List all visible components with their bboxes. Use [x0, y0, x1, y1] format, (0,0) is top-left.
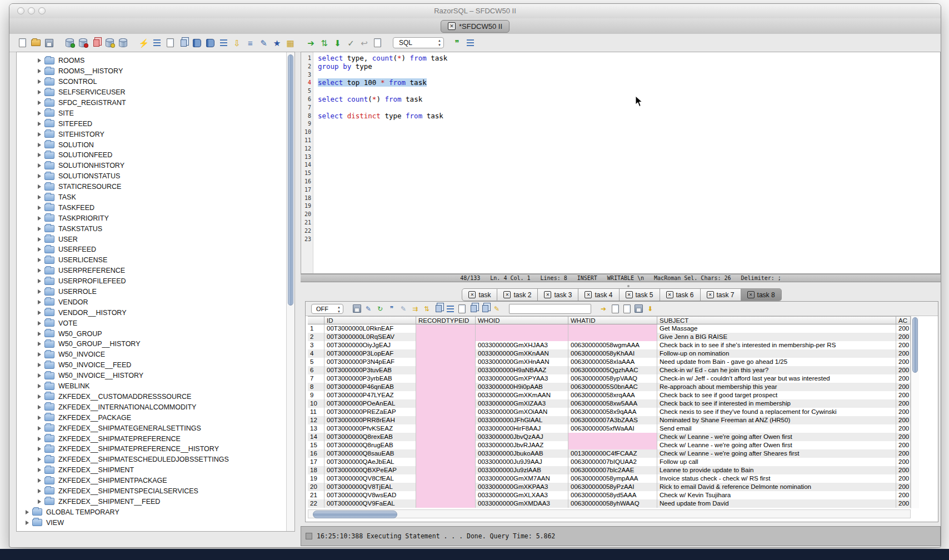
tree-item[interactable]: USERROLE: [17, 287, 286, 297]
disclosure-triangle-icon[interactable]: [38, 405, 41, 409]
cell-num[interactable]: 7: [308, 374, 324, 383]
tree-item[interactable]: W50_INVOICE__HISTORY: [17, 371, 286, 381]
disclosure-triangle-icon[interactable]: [38, 394, 41, 399]
close-tab-icon[interactable]: ✕: [448, 22, 456, 30]
result-tab[interactable]: ✕task 4: [578, 288, 619, 301]
disclosure-triangle-icon[interactable]: [38, 311, 41, 315]
cell-num[interactable]: 17: [308, 458, 324, 466]
cell-id[interactable]: 00T3000000PfvKSEAZ: [324, 424, 416, 433]
table-row[interactable]: 2100T3000000QV8wsEAD0033000000GmXLXAA300…: [308, 491, 911, 499]
tree-item[interactable]: ZKFEDEX__SHIPMENT__FEED: [17, 496, 286, 507]
tree-item[interactable]: ZKFEDEX__SHIPMATEPREFERENCE__HISTORY: [17, 444, 286, 454]
favorites-star-icon[interactable]: ★: [272, 38, 282, 48]
result-tab[interactable]: ✕task 6: [660, 288, 701, 301]
tree-item[interactable]: SITEHISTORY: [17, 129, 286, 139]
notebook-icon[interactable]: [192, 38, 202, 48]
cell-recordtypeid[interactable]: [416, 341, 476, 349]
tree-item[interactable]: ROOMS: [17, 56, 286, 66]
cell-recordtypeid[interactable]: [416, 491, 476, 499]
column-header-id[interactable]: ID: [324, 316, 416, 324]
disclosure-triangle-icon[interactable]: [38, 352, 41, 357]
cell-subject[interactable]: Check nexis to see if they've found a re…: [657, 408, 896, 416]
cell-id[interactable]: 00T3000000QV8TjEAL: [324, 483, 416, 491]
cell-whatid[interactable]: 00630000007bIQUAA2: [568, 458, 657, 466]
cell-id[interactable]: 00T3000000POeAnEAL: [324, 399, 416, 408]
result-tab[interactable]: ✕task 2: [497, 288, 538, 301]
cell-recordtypeid[interactable]: [416, 458, 476, 466]
cell-whoid[interactable]: 0033000000GmXHnAAN: [476, 358, 568, 366]
disclosure-triangle-icon[interactable]: [38, 79, 41, 84]
cell-subject[interactable]: Check-in w/ Jeff - couldn't afford last …: [657, 374, 896, 383]
cell-whoid[interactable]: [476, 324, 568, 333]
splitter-grip-icon[interactable]: [627, 285, 630, 287]
code-line[interactable]: [318, 178, 932, 186]
cell-whatid[interactable]: 00630000007A3bZAAS: [568, 416, 657, 424]
disclosure-triangle-icon[interactable]: [38, 174, 41, 178]
cell-ac[interactable]: 200: [896, 383, 911, 391]
cell-recordtypeid[interactable]: [416, 466, 476, 474]
cell-whoid[interactable]: 0033000000GmXHJAA3: [476, 341, 568, 349]
tree-item[interactable]: ZKFEDEX__SHIPMENTSPECIALSERVICES: [17, 486, 286, 497]
tree-item[interactable]: STATICRESOURCE: [17, 182, 286, 192]
disclosure-triangle-icon[interactable]: [26, 510, 29, 514]
cell-whoid[interactable]: 0033000000JbvQzAAJ: [476, 433, 568, 441]
cell-ac[interactable]: 200: [896, 341, 911, 349]
cell-ac[interactable]: 200: [896, 408, 911, 416]
disclosure-triangle-icon[interactable]: [38, 437, 41, 441]
disclosure-triangle-icon[interactable]: [38, 153, 41, 157]
column-header-recordtypeid[interactable]: RECORDTYPEID: [416, 316, 476, 324]
refresh-objects-icon[interactable]: [178, 38, 189, 48]
cell-ac[interactable]: 200: [896, 399, 911, 408]
cell-id[interactable]: 00T3000000QV8wsEAD: [324, 491, 416, 499]
copy-results-icon[interactable]: [469, 304, 478, 313]
cell-num[interactable]: 18: [308, 466, 324, 474]
describe-table-icon[interactable]: [152, 38, 162, 48]
checklist-icon[interactable]: [446, 304, 454, 313]
tree-item[interactable]: SFDC_REGISTRANT: [17, 98, 286, 108]
tree-item[interactable]: ZKFEDEX__SHIPMATESCHEDULEDJOBSSETTINGS: [17, 454, 286, 465]
cell-subject[interactable]: Check back to see if interested in membe…: [657, 399, 896, 408]
cell-num[interactable]: 11: [308, 408, 324, 416]
cell-recordtypeid[interactable]: [416, 416, 476, 424]
disclosure-triangle-icon[interactable]: [38, 90, 41, 94]
tree-item[interactable]: SOLUTIONFEED: [17, 150, 286, 161]
cell-subject[interactable]: Check w/ Leanne - we're going after Owen…: [657, 441, 896, 449]
disclosure-triangle-icon[interactable]: [38, 426, 41, 431]
tree-scrollbar[interactable]: [286, 52, 294, 531]
refresh-results-icon[interactable]: ↻: [376, 304, 384, 313]
cell-whoid[interactable]: 0033000000GmXMDAA3: [476, 499, 568, 508]
new-file-icon[interactable]: [17, 38, 28, 48]
tree-item[interactable]: SCONTROL: [17, 77, 286, 87]
cell-subject[interactable]: Rick to email David & reference Delmonte…: [657, 483, 896, 491]
table-row[interactable]: 100T3000000L0RknEAFGet Massage200: [308, 324, 911, 333]
tree-item[interactable]: TASKSTATUS: [17, 223, 286, 234]
view-log-icon[interactable]: [372, 38, 383, 48]
code-line[interactable]: select distinct type from task: [318, 112, 932, 121]
code-line[interactable]: [318, 211, 932, 219]
statement-type-select[interactable]: SQL ▲▼: [393, 37, 444, 48]
cell-recordtypeid[interactable]: [416, 433, 476, 441]
cell-subject[interactable]: Check w/ Kevin Tsujihara: [657, 491, 896, 499]
cell-id[interactable]: 00T3000000P3yrbEAB: [324, 374, 416, 383]
cell-num[interactable]: 14: [308, 433, 324, 441]
result-tab[interactable]: ✕task 5: [620, 288, 660, 301]
cell-id[interactable]: 00T3000000Q8rexEAB: [324, 433, 416, 441]
cell-subject[interactable]: Follow up call: [657, 458, 896, 466]
close-window-button[interactable]: [17, 7, 24, 14]
disclosure-triangle-icon[interactable]: [38, 101, 41, 105]
code-line[interactable]: [318, 227, 932, 236]
cell-ac[interactable]: 200: [896, 349, 911, 358]
cell-subject[interactable]: Check-in w/ Ed - can he join this year?: [657, 366, 896, 374]
code-line[interactable]: [318, 169, 932, 178]
page-view-icon[interactable]: [457, 304, 466, 313]
cell-num[interactable]: 6: [308, 366, 324, 374]
code-line[interactable]: group by type: [318, 63, 932, 71]
tree-item[interactable]: ZKFEDEX__SHIPMENTPACKAGE: [17, 476, 286, 486]
cell-whoid[interactable]: 0033000000JFhGlAAL: [476, 416, 568, 424]
cell-recordtypeid[interactable]: [416, 366, 476, 374]
cell-recordtypeid[interactable]: [416, 399, 476, 408]
close-tab-icon[interactable]: ✕: [666, 291, 673, 298]
cell-recordtypeid[interactable]: [416, 383, 476, 391]
cell-recordtypeid[interactable]: [416, 408, 476, 416]
cell-recordtypeid[interactable]: [416, 324, 476, 333]
